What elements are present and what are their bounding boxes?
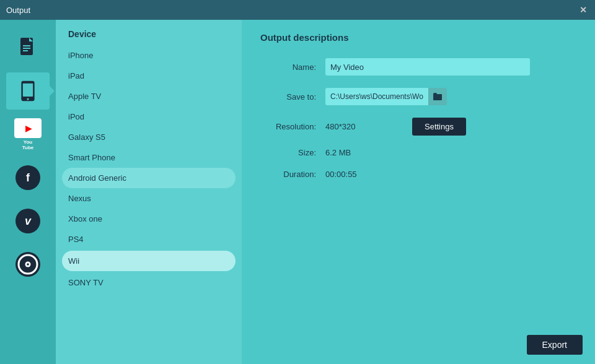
sidebar-item-device[interactable] [6,72,50,110]
device-icon [17,80,39,102]
facebook-icon: f [15,165,40,190]
resolution-row: Resolution: 480*320 Settings [260,118,576,136]
sidebar-item-vimeo[interactable]: v [6,202,50,240]
disc-icon [15,252,40,277]
duration-label: Duration: [260,170,316,179]
device-item-android-generic[interactable]: Android Generic [62,168,236,188]
device-item-ipad[interactable]: iPad [56,66,242,86]
svg-rect-2 [23,45,30,46]
device-item-xbox-one[interactable]: Xbox one [56,209,242,229]
sidebar-item-file[interactable] [6,29,50,66]
svg-rect-6 [23,84,33,97]
duration-row: Duration: 00:00:55 [260,170,576,179]
save-to-label: Save to: [260,92,316,102]
folder-icon [433,92,443,101]
device-item-iphone[interactable]: iPhone [56,45,242,66]
device-panel: Device iPhone iPad Apple TV iPod Galaxy … [56,20,242,364]
close-button[interactable]: ✕ [578,4,589,15]
main-window: Output ✕ [0,0,595,364]
device-item-galaxy-s5[interactable]: Galaxy S5 [56,127,242,147]
sidebar-item-facebook[interactable]: f [6,159,50,196]
resolution-value: 480*320 [325,122,400,131]
size-label: Size: [260,148,316,157]
save-to-row: Save to: [260,88,576,105]
svg-rect-4 [23,50,28,51]
export-area: Export [527,335,583,355]
device-item-wii[interactable]: Wii [62,251,236,271]
file-icon [17,37,39,59]
window-title: Output [6,6,30,15]
device-item-sony-tv[interactable]: SONY TV [56,272,242,293]
sidebar: You Tube f v [0,20,56,364]
youtube-icon [14,118,42,138]
device-item-ipod[interactable]: iPod [56,106,242,127]
title-bar: Output ✕ [0,0,595,20]
sidebar-item-youtube[interactable]: You Tube [6,116,50,153]
browse-folder-button[interactable] [428,88,447,105]
resolution-label: Resolution: [260,122,316,131]
disc-svg [17,253,39,275]
svg-rect-3 [23,48,30,49]
svg-point-10 [27,263,29,266]
name-input[interactable] [325,58,530,76]
output-title: Output descriptions [260,32,576,43]
content-area: You Tube f v [0,20,595,364]
size-value: 6.2 MB [325,148,351,157]
name-row: Name: [260,58,576,76]
vimeo-icon: v [15,209,40,233]
duration-value: 00:00:55 [325,170,357,179]
settings-button[interactable]: Settings [412,118,466,136]
output-panel: Output descriptions Name: Save to: [242,20,595,364]
youtube-label: You Tube [22,139,34,150]
device-item-nexus[interactable]: Nexus [56,188,242,209]
svg-point-7 [27,98,29,100]
device-item-ps4[interactable]: PS4 [56,229,242,249]
name-label: Name: [260,63,316,72]
save-to-container [325,88,447,105]
export-button[interactable]: Export [527,335,583,355]
device-panel-header: Device [56,29,242,45]
sidebar-item-disc[interactable] [6,246,50,283]
youtube-container: You Tube [14,118,42,150]
size-row: Size: 6.2 MB [260,148,576,157]
device-item-apple-tv[interactable]: Apple TV [56,86,242,106]
save-to-input[interactable] [325,88,428,105]
device-item-smart-phone[interactable]: Smart Phone [56,147,242,168]
